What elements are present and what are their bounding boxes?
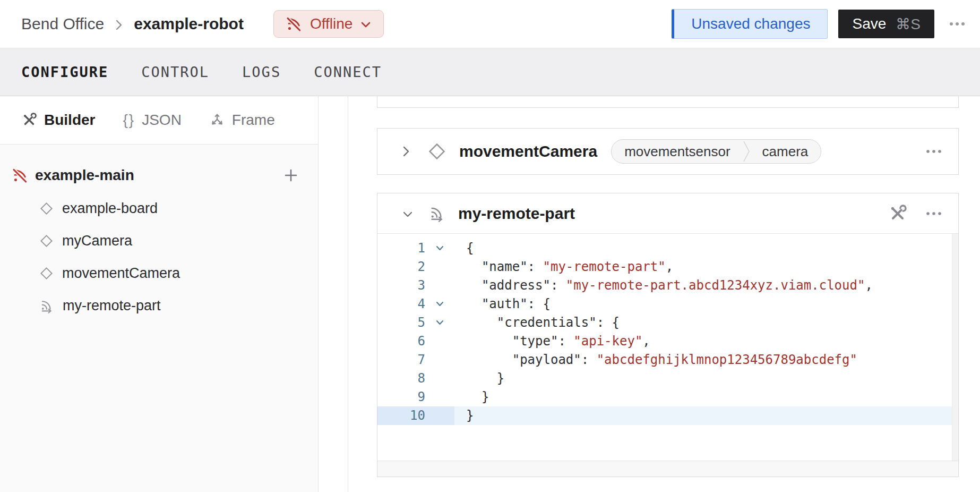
card-more-menu-icon[interactable] bbox=[925, 148, 942, 155]
code-line-5[interactable]: 5 "credentials": { bbox=[377, 313, 958, 332]
code-text: } bbox=[454, 369, 504, 388]
code-text: "auth": { bbox=[454, 295, 551, 313]
mode-label: JSON bbox=[142, 112, 182, 129]
tree-item-label: movementCamera bbox=[62, 265, 180, 282]
chevron-down-icon[interactable] bbox=[401, 209, 415, 220]
code-text: "type": "api-key", bbox=[454, 332, 650, 351]
editor-gutter[interactable]: 7 bbox=[377, 351, 454, 369]
cards-column: movementCamera movementsensorcamera bbox=[377, 96, 959, 477]
editor-gutter[interactable]: 9 bbox=[377, 388, 454, 406]
editor-gutter[interactable]: 1 bbox=[377, 239, 454, 258]
machine-status-badge[interactable]: Offline bbox=[273, 10, 384, 38]
fold-chevron-icon[interactable] bbox=[425, 239, 454, 258]
tree-item-example-board[interactable]: example-board bbox=[0, 192, 318, 225]
tab-configure[interactable]: CONFIGURE bbox=[21, 64, 108, 80]
mode-label: Builder bbox=[44, 112, 95, 129]
braces-icon: {} bbox=[123, 112, 135, 129]
content-divider bbox=[348, 96, 348, 492]
line-number: 7 bbox=[377, 351, 425, 369]
code-line-10[interactable]: 10} bbox=[377, 406, 958, 425]
editor-gutter[interactable]: 10 bbox=[377, 406, 454, 425]
editor-gutter[interactable]: 5 bbox=[377, 313, 454, 332]
code-text: "credentials": { bbox=[454, 313, 620, 332]
tree-item-label: my-remote-part bbox=[63, 298, 161, 314]
code-line-7[interactable]: 7 "payload": "abcdefghijklmnop123456789a… bbox=[377, 351, 958, 369]
editor-gutter[interactable]: 3 bbox=[377, 276, 454, 295]
mode-json[interactable]: {}JSON bbox=[123, 112, 181, 129]
fold-spacer bbox=[425, 258, 454, 276]
save-button[interactable]: Save ⌘S bbox=[838, 10, 934, 38]
diamond-icon bbox=[39, 234, 54, 248]
tab-logs[interactable]: LOGS bbox=[242, 64, 281, 80]
code-line-6[interactable]: 6 "type": "api-key", bbox=[377, 332, 958, 351]
header-actions: Unsaved changes Save ⌘S bbox=[672, 9, 966, 39]
code-text: "payload": "abcdefghijklmnop123456789abc… bbox=[454, 351, 857, 369]
editor-gutter[interactable]: 4 bbox=[377, 295, 454, 313]
page-header: Bend Office example-robot Offline bbox=[0, 0, 980, 48]
tree-item-label: myCamera bbox=[62, 233, 132, 249]
line-number: 9 bbox=[377, 388, 425, 406]
tab-bar: CONFIGURECONTROLLOGSCONNECT bbox=[0, 48, 980, 96]
unsaved-changes-button[interactable]: Unsaved changes bbox=[672, 9, 828, 39]
breadcrumb-robot-name: example-robot bbox=[134, 15, 244, 33]
tree-item-movementCamera[interactable]: movementCamera bbox=[0, 257, 318, 290]
scrolled-card-bottom bbox=[377, 96, 959, 108]
breadcrumb: Bend Office example-robot bbox=[21, 15, 244, 33]
tree-root-label: example-main bbox=[35, 167, 134, 184]
add-component-button[interactable] bbox=[283, 167, 299, 183]
code-line-3[interactable]: 3 "address": "my-remote-part.abcd1234xyz… bbox=[377, 276, 958, 295]
tab-connect[interactable]: CONNECT bbox=[314, 64, 382, 80]
card-more-menu-icon[interactable] bbox=[925, 210, 942, 217]
editor-gutter[interactable]: 2 bbox=[377, 258, 454, 276]
save-button-label: Save bbox=[852, 15, 886, 32]
config-mode-toggle: Builder{}JSONFrame bbox=[0, 96, 318, 145]
remote-card-header: my-remote-part bbox=[377, 193, 958, 234]
line-number: 2 bbox=[377, 258, 425, 276]
diamond-icon bbox=[39, 201, 54, 216]
card-movement-camera: movementCamera movementsensorcamera bbox=[377, 128, 959, 175]
tree-item-myCamera[interactable]: myCamera bbox=[0, 225, 318, 257]
fold-spacer bbox=[425, 406, 454, 425]
code-line-1[interactable]: 1{ bbox=[377, 239, 958, 258]
mode-label: Frame bbox=[232, 112, 275, 129]
fold-spacer bbox=[425, 369, 454, 388]
json-code-editor[interactable]: 1{2 "name": "my-remote-part",3 "address"… bbox=[377, 234, 958, 461]
breadcrumb-org-link[interactable]: Bend Office bbox=[21, 15, 104, 33]
line-number: 10 bbox=[377, 406, 425, 425]
header-more-menu-icon[interactable] bbox=[948, 21, 966, 27]
tree-root-example-main[interactable]: example-main bbox=[0, 158, 318, 192]
code-text: } bbox=[454, 406, 474, 425]
code-line-4[interactable]: 4 "auth": { bbox=[377, 295, 958, 313]
mode-frame[interactable]: Frame bbox=[209, 112, 275, 129]
tools-icon[interactable] bbox=[888, 204, 907, 223]
frame-icon bbox=[209, 112, 225, 128]
tree-item-label: example-board bbox=[62, 200, 158, 217]
code-text: } bbox=[454, 388, 489, 406]
editor-gutter[interactable]: 8 bbox=[377, 369, 454, 388]
signal-off-icon bbox=[286, 15, 303, 32]
chevron-right-icon[interactable] bbox=[401, 144, 411, 159]
code-line-2[interactable]: 2 "name": "my-remote-part", bbox=[377, 258, 958, 276]
code-line-8[interactable]: 8 } bbox=[377, 369, 958, 388]
tab-control[interactable]: CONTROL bbox=[141, 64, 209, 80]
unsaved-changes-label: Unsaved changes bbox=[691, 15, 810, 32]
line-number: 4 bbox=[377, 295, 425, 313]
editor-footer bbox=[377, 461, 958, 477]
card-my-remote-part: my-remote-part bbox=[377, 193, 959, 477]
fold-spacer bbox=[425, 332, 454, 351]
remote-part-icon bbox=[428, 205, 445, 222]
tree-item-my-remote-part[interactable]: my-remote-part bbox=[0, 290, 318, 322]
line-number: 6 bbox=[377, 332, 425, 351]
code-text: "name": "my-remote-part", bbox=[454, 258, 673, 276]
mode-builder[interactable]: Builder bbox=[21, 112, 95, 129]
code-text: "address": "my-remote-part.abcd1234xyz.v… bbox=[454, 276, 873, 295]
editor-scrollbar[interactable] bbox=[952, 234, 958, 461]
diamond-icon bbox=[427, 142, 446, 161]
model-type-pill: movementsensorcamera bbox=[611, 139, 821, 164]
fold-spacer bbox=[425, 351, 454, 369]
fold-chevron-icon[interactable] bbox=[425, 295, 454, 313]
line-number: 8 bbox=[377, 369, 425, 388]
code-line-9[interactable]: 9 } bbox=[377, 388, 958, 406]
fold-chevron-icon[interactable] bbox=[425, 313, 454, 332]
editor-gutter[interactable]: 6 bbox=[377, 332, 454, 351]
